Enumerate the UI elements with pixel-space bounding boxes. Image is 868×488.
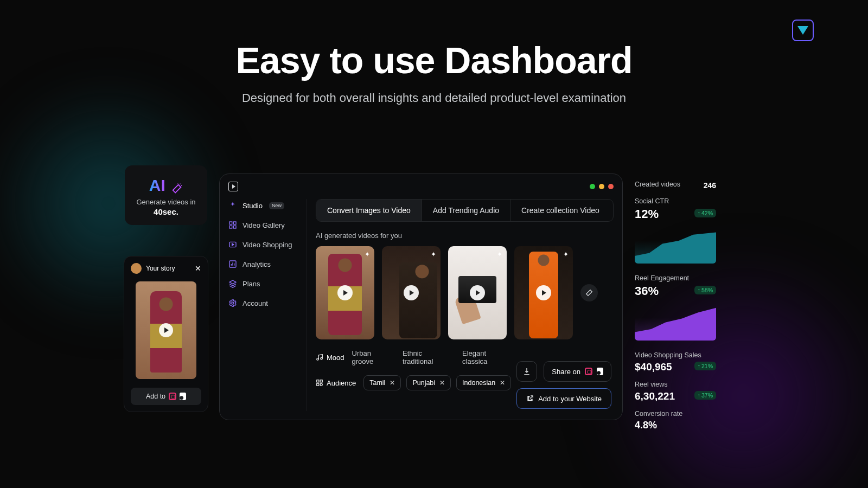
hero-subtitle: Designed for both overall insights and d…: [0, 91, 868, 105]
download-button[interactable]: [516, 361, 537, 382]
traffic-yellow[interactable]: [599, 184, 604, 189]
play-box-icon: [228, 240, 237, 249]
external-link-icon: [526, 395, 534, 402]
svg-rect-3: [233, 226, 236, 228]
play-icon[interactable]: [404, 285, 419, 300]
delta-badge: ↑ 21%: [694, 362, 716, 370]
delta-badge: ↑ 37%: [694, 391, 716, 400]
ai-line1: Generate videos in: [129, 198, 203, 206]
svg-rect-10: [320, 380, 322, 382]
gear-icon: [228, 299, 237, 307]
sidebar-label: Video Shopping: [242, 241, 292, 249]
chip-label: Punjabi: [412, 379, 435, 387]
brand-logo: [792, 20, 814, 41]
add-to-label: Add to: [146, 393, 165, 400]
ai-line2: 40sec.: [129, 207, 203, 216]
stat-label: Conversion rate: [635, 410, 716, 418]
stat-value: 36%: [635, 284, 659, 298]
sidebar-item-gallery[interactable]: Video Gallery: [228, 221, 299, 229]
music-icon: [316, 354, 323, 361]
audience-icon: [316, 379, 323, 387]
audience-chip[interactable]: Tamil✕: [363, 375, 401, 390]
play-icon[interactable]: [159, 323, 173, 337]
svg-point-6: [232, 302, 234, 304]
delta-badge: ↑ 58%: [694, 286, 716, 294]
svg-rect-2: [229, 226, 232, 228]
hero-title: Easy to use Dashboard: [0, 39, 868, 81]
delta-badge: ↑ 42%: [694, 209, 716, 217]
mood-label: Mood: [327, 354, 344, 362]
svg-rect-0: [229, 222, 232, 224]
your-story-card: Your story ✕ Add to: [124, 256, 208, 412]
add-to-button[interactable]: Add to: [131, 388, 201, 405]
ai-badge: AI: [149, 176, 165, 195]
svg-rect-11: [317, 383, 319, 386]
play-icon[interactable]: [337, 285, 353, 300]
sparkle-icon: ✦: [431, 251, 436, 258]
remove-icon[interactable]: ✕: [390, 379, 395, 387]
svg-rect-1: [233, 222, 236, 224]
stat-value: $40,965: [635, 361, 672, 373]
play-icon[interactable]: [470, 285, 485, 300]
sparkle-icon: [228, 201, 237, 210]
sidebar-item-analytics[interactable]: Analytics: [228, 260, 299, 268]
video-thumb[interactable]: ✦: [514, 246, 573, 339]
app-logo-icon: [228, 182, 238, 191]
story-preview[interactable]: [136, 281, 196, 379]
sidebar-item-studio[interactable]: Studio New: [228, 201, 299, 210]
mood-option[interactable]: Elegant classica: [462, 349, 511, 365]
hero: Easy to use Dashboard Designed for both …: [0, 39, 868, 105]
add-to-website-button[interactable]: Add to your Website: [516, 388, 611, 409]
grid-icon: [228, 221, 237, 229]
ai-generate-card: AI Generate videos in 40sec.: [125, 165, 207, 225]
sidebar-label: Analytics: [242, 260, 271, 268]
layers-icon: [228, 279, 237, 288]
tab-collection[interactable]: Create collection Video: [510, 200, 610, 221]
share-button[interactable]: Share on: [544, 361, 611, 382]
sidebar-label: Plans: [242, 280, 260, 288]
ctr-chart: [635, 226, 716, 264]
stat-value: 12%: [635, 207, 659, 221]
wand-icon: [585, 288, 593, 297]
share-label: Share on: [552, 368, 580, 376]
remove-icon[interactable]: ✕: [439, 379, 445, 387]
magic-wand-icon: [171, 183, 183, 195]
sidebar-item-account[interactable]: Account: [228, 299, 299, 307]
close-icon[interactable]: ✕: [195, 264, 201, 273]
audience-chip[interactable]: Indonesian✕: [456, 375, 511, 390]
instagram-icon: [585, 368, 592, 375]
mood-row: Mood Urban groove Ethnic traditional Ele…: [316, 349, 511, 365]
tab-audio[interactable]: Add Trending Audio: [422, 200, 510, 221]
avatar: [131, 263, 142, 274]
more-button[interactable]: [580, 284, 598, 301]
video-thumbnails: ✦ ✦ ✦ ✦: [316, 246, 614, 339]
audience-chip[interactable]: Punjabi✕: [406, 375, 451, 390]
sidebar-item-shopping[interactable]: Video Shopping: [228, 240, 299, 249]
traffic-green[interactable]: [590, 184, 595, 189]
stats-panel: Created videos 246 Social CTR 12% ↑ 42% …: [635, 179, 716, 431]
video-thumb[interactable]: ✦: [448, 246, 507, 339]
tab-convert[interactable]: Convert Images to Video: [316, 200, 422, 221]
tabs: Convert Images to Video Add Trending Aud…: [316, 199, 614, 222]
new-badge: New: [269, 202, 284, 209]
audience-label: Audience: [327, 379, 356, 387]
tiktok-icon: [180, 393, 186, 400]
stat-label: Reel Engagement: [635, 274, 716, 282]
play-icon[interactable]: [536, 285, 551, 300]
sparkle-icon: ✦: [365, 251, 370, 258]
story-title: Your story: [146, 265, 190, 272]
svg-point-7: [317, 358, 319, 361]
mood-option[interactable]: Urban groove: [352, 349, 393, 365]
traffic-red[interactable]: [608, 184, 614, 189]
sidebar-label: Video Gallery: [242, 221, 285, 229]
video-thumb[interactable]: ✦: [382, 246, 441, 339]
svg-point-8: [321, 358, 323, 360]
sidebar: Studio New Video Gallery Video Shopping …: [228, 199, 299, 411]
video-thumb[interactable]: ✦: [316, 246, 374, 339]
stat-label: Created videos: [635, 181, 680, 188]
mood-option[interactable]: Ethnic traditional: [403, 349, 452, 365]
stat-label: Video Shopping Sales: [635, 351, 716, 359]
remove-icon[interactable]: ✕: [500, 379, 505, 387]
sidebar-item-plans[interactable]: Plans: [228, 279, 299, 288]
sparkle-icon: ✦: [563, 251, 569, 258]
